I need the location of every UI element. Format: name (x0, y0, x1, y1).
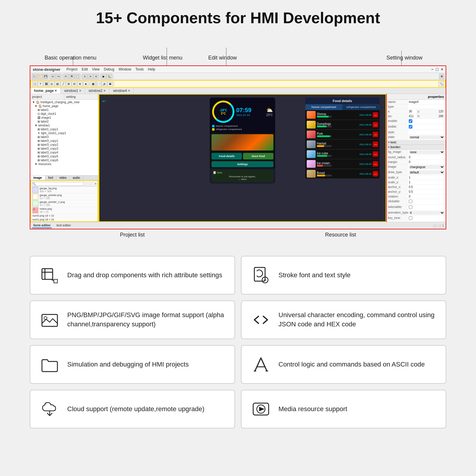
project-item-resources[interactable]: ▼ resources (31, 162, 98, 166)
toolbar-redo-icon[interactable]: ↪ (56, 74, 61, 79)
project-item-window1[interactable]: ▼ window1 (31, 123, 98, 127)
menu-help[interactable]: Help (148, 67, 155, 71)
feature-card-image-support: PNG/BMP/JPG/GIF/SVG image format support… (30, 300, 235, 339)
project-item-homepage[interactable]: ▼ 🏠 home_page (31, 104, 98, 108)
toolbar-paste-icon[interactable]: 📋 (75, 74, 80, 79)
project-item-label3-copy4[interactable]: ⊠ label3_copy4 (31, 151, 98, 154)
prop-wh: wc: 411 h: 288 (387, 114, 446, 119)
food-del-hairtail[interactable]: — (373, 142, 378, 147)
widget-icon-1[interactable]: ▢ (32, 81, 37, 87)
food-del-icecream[interactable]: — (373, 161, 378, 167)
bottom-status: ⬜ ⬜ 1 (433, 223, 444, 228)
widget-icon-12[interactable]: ⋮⋮ (96, 81, 101, 87)
draw-type-select[interactable]: default (409, 170, 444, 174)
project-item-label3-copy3[interactable]: ⊠ label3_copy3 (31, 147, 98, 151)
resource-tab-image[interactable]: image (30, 176, 45, 180)
food-tab-freezer[interactable]: freezer compartment (305, 104, 342, 110)
animation-type-select[interactable]: 4 (409, 211, 444, 215)
bg-image-select[interactable]: none (409, 150, 444, 154)
keytone-checkbox[interactable] (409, 216, 412, 220)
project-item-image1[interactable]: 🖼 image1 (31, 116, 98, 120)
food-item-bread: Bread 2021-09-22 — (305, 169, 380, 179)
toolbar-copy-icon[interactable]: ⧉ (69, 74, 74, 79)
image-select[interactable]: chargingcar (409, 165, 444, 169)
project-item-label3-copy1[interactable]: ⊠ label3_copy1 (31, 139, 98, 143)
resource-tab-font[interactable]: font (45, 176, 57, 180)
btn-food-details[interactable]: Food details (212, 153, 242, 159)
widget-icon-4[interactable]: ◎ (49, 81, 54, 87)
project-item-label3-copy2[interactable]: ⊠ label3_copy2 (31, 143, 98, 147)
widget-icon-3[interactable]: 🖼 (43, 81, 49, 87)
selectable-checkbox[interactable] (409, 205, 412, 209)
toolbar-align-right-icon[interactable]: ≡ (93, 74, 99, 79)
toolbar-settings-icon[interactable]: ⚙ (439, 74, 444, 79)
project-item-digit-clock1[interactable]: ⊡ digit_clock1 (31, 112, 98, 116)
food-del-bread[interactable]: — (373, 171, 378, 176)
resource-search-input[interactable] (32, 182, 84, 186)
food-del-dumplings[interactable]: — (373, 122, 378, 127)
btn-settings[interactable]: Settings (212, 161, 273, 167)
clickable-checkbox[interactable] (409, 200, 412, 203)
tab-window4[interactable]: window4 × (109, 88, 134, 94)
resource-tab-video[interactable]: video (57, 176, 70, 180)
setting-header: setting (64, 94, 98, 99)
project-item-light-clock[interactable]: ☀ light_clock1_copy1 (31, 131, 98, 135)
project-item-label2[interactable]: ⊠ label2 (31, 120, 98, 123)
widget-icon-8[interactable]: ⊟ (72, 81, 77, 87)
menu-debug[interactable]: Debug (104, 67, 114, 71)
menu-view[interactable]: View (92, 67, 100, 71)
visible-checkbox[interactable] (409, 125, 412, 129)
project-item-label3-copy6[interactable]: ⊠ label3_copy6 (31, 158, 98, 162)
tab-homepage[interactable]: home_page × (30, 88, 61, 94)
project-item-label3[interactable]: ⊠ label3 (31, 135, 98, 139)
food-tab-refrigerator[interactable]: refrigerator compartment (342, 104, 380, 110)
minimize-icon[interactable]: − (431, 67, 433, 72)
toolbar-open-icon[interactable]: 📁 (37, 74, 43, 79)
food-del-shrimp[interactable]: — (373, 112, 378, 118)
widget-icon-7[interactable]: ⊞ (66, 81, 71, 87)
feature-card-cloud: Cloud support (remote update,remote upgr… (30, 390, 235, 428)
widget-icon-9[interactable]: ⊕ (77, 81, 83, 87)
bottom-tab-form[interactable]: form editor (32, 223, 52, 228)
resource-tab-audio[interactable]: audio (70, 176, 83, 180)
project-item-label1[interactable]: ⊠ label1 (31, 108, 98, 112)
widget-icon-10[interactable]: ◈ (83, 81, 88, 87)
canvas-back-btn[interactable]: ↩ (102, 99, 106, 104)
prop-value-name: image4 (408, 100, 446, 104)
widget-icon-13[interactable]: 🔊 (102, 81, 107, 87)
menu-project[interactable]: Project (66, 67, 77, 71)
widget-icon-11[interactable]: ▦ (90, 81, 96, 87)
menu-window[interactable]: Window (118, 67, 131, 71)
toolbar-align-center-icon[interactable]: ≡ (88, 74, 93, 79)
project-item-label3-copy5[interactable]: ⊠ label3_copy5 (31, 154, 98, 158)
toolbar-new-icon[interactable]: □ (32, 74, 37, 79)
enable-checkbox[interactable] (409, 119, 412, 123)
widget-icon-5[interactable]: ▤ (55, 81, 60, 87)
menu-edit[interactable]: Edit (82, 67, 88, 71)
project-item-root[interactable]: ▼ 🏠 Intelligent_charging_pile_new (31, 100, 98, 104)
btn-store-food[interactable]: Store food (243, 153, 273, 159)
prop-label-rotation: rotation: (387, 194, 408, 199)
toolbar-run-icon[interactable]: ▶ (101, 74, 106, 79)
tab-window1[interactable]: window1 × (61, 88, 85, 94)
toolbar-undo-icon[interactable]: ↩ (50, 74, 56, 79)
state-select[interactable]: normal (409, 135, 444, 139)
widget-zoom-icon[interactable]: 🔍 (439, 81, 444, 87)
toolbar-cut-icon[interactable]: ✂ (63, 74, 69, 79)
widget-icon-6[interactable]: ╱ (60, 81, 66, 87)
menu-tools[interactable]: Tools (135, 67, 144, 71)
food-del-pork[interactable]: — (373, 132, 378, 137)
tab-window2[interactable]: window2 × (85, 88, 109, 94)
widget-icon-14[interactable]: 📽 (107, 81, 113, 87)
toolbar-align-left-icon[interactable]: ≡ (82, 74, 87, 79)
toolbar-save-icon[interactable]: 💾 (43, 74, 48, 79)
project-item-label1-copy1[interactable]: ⊠ label1_copy1 (31, 127, 98, 131)
prop-label-scale-x: scale_x: (387, 175, 408, 180)
restore-icon[interactable]: □ (436, 67, 438, 72)
close-icon[interactable]: × (441, 67, 443, 72)
bottom-tab-text[interactable]: text editor (55, 223, 72, 228)
food-del-icecube[interactable]: — (373, 151, 378, 157)
resource-add-icon[interactable]: + (95, 182, 96, 185)
toolbar-debug-icon[interactable]: 🐛 (107, 74, 112, 79)
widget-icon-2[interactable]: T (38, 81, 43, 87)
